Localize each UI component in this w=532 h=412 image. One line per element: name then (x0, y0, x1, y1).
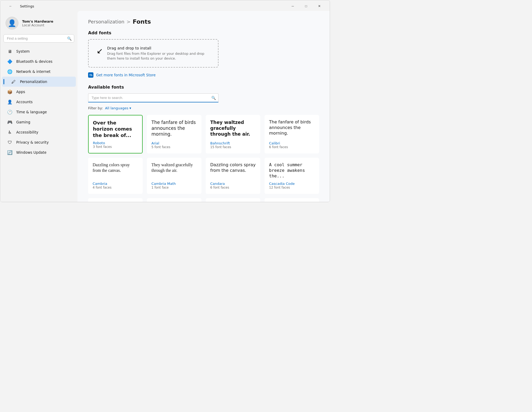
sidebar-item-bluetooth[interactable]: 🔷 Bluetooth & devices (2, 56, 76, 66)
filter-label: Filter by: (88, 106, 103, 110)
font-info: Candara 6 font faces (210, 182, 256, 189)
filter-row: Filter by: All languages ▾ (88, 106, 319, 110)
privacy-icon: 🛡 (7, 140, 13, 145)
font-preview: Over the horizon comes the break of... (93, 120, 138, 138)
filter-dropdown[interactable]: All languages ▾ (105, 106, 131, 110)
maximize-button[interactable]: □ (300, 2, 312, 10)
font-card[interactable]: Dazzling colors spray from the canvas. C… (88, 158, 143, 194)
available-fonts-title: Available fonts (88, 85, 319, 90)
minimize-button[interactable]: ─ (287, 2, 299, 10)
font-faces: 5 font faces (151, 145, 197, 149)
font-name: Arial (151, 141, 197, 145)
font-name: Cambria (93, 182, 138, 186)
search-icon: 🔍 (67, 36, 72, 41)
window-controls: ─ □ ✕ (287, 2, 325, 10)
font-card[interactable]: Over the horizon comes the break of... R… (88, 115, 143, 153)
user-icon: 👤 (8, 19, 16, 27)
sidebar-item-label: Time & language (16, 110, 47, 114)
sidebar-item-system[interactable]: 🖥 System (2, 46, 76, 56)
sidebar-item-apps[interactable]: 📦 Apps (2, 87, 76, 97)
sidebar-item-label: Personalization (20, 80, 47, 84)
user-profile[interactable]: 👤 Tom's Hardware Local Account (0, 14, 77, 34)
drag-drop-zone[interactable]: ↙ Drag and drop to install Drag font fil… (88, 39, 218, 68)
font-faces: 3 font faces (93, 145, 138, 149)
breadcrumb-current: Fonts (133, 18, 151, 25)
fonts-search-input[interactable] (88, 93, 218, 102)
font-preview: The fanfare of birds announces the morni… (151, 119, 197, 139)
font-name: Roboto (93, 141, 138, 145)
sidebar-item-label: Windows Update (16, 150, 46, 155)
sidebar-item-privacy[interactable]: 🛡 Privacy & security (2, 137, 76, 147)
font-card[interactable]: The fanfare of birds announces the morni… (265, 115, 319, 153)
search-wrap: 🔍 (3, 34, 74, 43)
user-info: Tom's Hardware Local Account (22, 19, 53, 27)
font-info: Arial 5 font faces (151, 141, 197, 149)
app-title: Settings (20, 4, 34, 8)
drag-drop-text: Drag and drop to install Drag font files… (107, 46, 210, 61)
sidebar-item-time[interactable]: 🕐 Time & language (2, 107, 76, 117)
font-info: Cascadia Code 12 font faces (269, 182, 315, 189)
store-link[interactable]: 🛍 Get more fonts in Microsoft Store (88, 72, 319, 78)
sidebar-item-label: System (16, 49, 30, 53)
font-faces: 4 font faces (93, 186, 138, 189)
font-preview: A cool summer breeze awakens the... (269, 162, 315, 179)
sidebar-item-label: Network & internet (16, 69, 51, 74)
sidebar-item-update[interactable]: 🔄 Windows Update (2, 147, 76, 157)
font-preview: Dazzling colors spray from the canvas. (93, 162, 138, 179)
font-card[interactable]: Splendid fireworks Century Gothic 4 font… (206, 198, 260, 202)
font-card[interactable]: The aroma of baking bread Centaur 1 font… (88, 198, 143, 202)
sidebar-item-label: Accessibility (16, 130, 38, 134)
time-icon: 🕐 (7, 109, 13, 115)
update-icon: 🔄 (7, 150, 13, 155)
drag-drop-title: Drag and drop to install (107, 46, 210, 50)
font-name: Calibri (269, 141, 315, 145)
sidebar: 👤 Tom's Hardware Local Account 🔍 🖥 Syste… (0, 11, 77, 202)
user-name: Tom's Hardware (22, 19, 53, 23)
font-faces: 1 font face (151, 186, 197, 189)
font-info: Cambria Math 1 font face (151, 182, 197, 189)
font-grid: Over the horizon comes the break of... R… (88, 115, 319, 202)
font-faces: 6 font faces (269, 145, 315, 149)
accessibility-icon: ♿ (7, 130, 13, 135)
main-content: Personalization > Fonts Add fonts ↙ Drag… (77, 11, 330, 202)
font-card[interactable]: They waltzed gracefully Chiller 1 font f… (265, 198, 319, 202)
sidebar-item-label: Apps (16, 90, 25, 94)
apps-icon: 📦 (7, 89, 13, 94)
personalization-icon: 🖊 (11, 79, 16, 84)
store-link-label: Get more fonts in Microsoft Store (96, 73, 156, 77)
font-name: Cascadia Code (269, 182, 315, 186)
font-faces: 15 font faces (210, 145, 256, 149)
font-card[interactable]: The sound of ocean waves Century 1 font … (147, 198, 201, 202)
font-card[interactable]: They waltzed gracefully through the air.… (206, 115, 260, 153)
font-info: Calibri 6 font faces (269, 141, 315, 149)
font-preview: The fanfare of birds announces the morni… (269, 119, 315, 139)
sidebar-item-accounts[interactable]: 👤 Accounts (2, 97, 76, 107)
fonts-search-icon: 🔍 (211, 96, 216, 100)
search-input[interactable] (3, 34, 74, 43)
font-faces: 6 font faces (210, 186, 256, 189)
back-button[interactable]: ← (5, 2, 17, 10)
user-subtitle: Local Account (22, 23, 53, 27)
app-body: 👤 Tom's Hardware Local Account 🔍 🖥 Syste… (0, 11, 330, 202)
system-icon: 🖥 (7, 49, 13, 54)
font-info: Bahnschrift 15 font faces (210, 141, 256, 149)
sidebar-item-label: Gaming (16, 120, 30, 124)
font-card[interactable]: Dazzling colors spray from the canvas. C… (206, 158, 260, 194)
store-icon: 🛍 (88, 72, 93, 78)
font-card[interactable]: The fanfare of birds announces the morni… (147, 115, 201, 153)
font-card[interactable]: They waltzed gracefully through the air.… (147, 158, 201, 194)
sidebar-item-network[interactable]: 🌐 Network & internet (2, 66, 76, 77)
sidebar-item-accessibility[interactable]: ♿ Accessibility (2, 127, 76, 137)
sidebar-item-personalization[interactable]: 🖊 Personalization (2, 77, 76, 87)
accounts-icon: 👤 (7, 99, 13, 105)
font-card[interactable]: A cool summer breeze awakens the... Casc… (265, 158, 319, 194)
titlebar-left: ← Settings (5, 2, 34, 10)
fonts-search-wrap: 🔍 (88, 93, 218, 102)
close-button[interactable]: ✕ (313, 2, 325, 10)
breadcrumb: Personalization > Fonts (88, 18, 319, 25)
drag-drop-subtitle: Drag font files from File Explorer or yo… (107, 51, 210, 61)
sidebar-item-gaming[interactable]: 🎮 Gaming (2, 117, 76, 127)
font-preview: They waltzed gracefully through the air. (151, 162, 197, 179)
avatar: 👤 (6, 17, 18, 30)
network-icon: 🌐 (7, 69, 13, 74)
